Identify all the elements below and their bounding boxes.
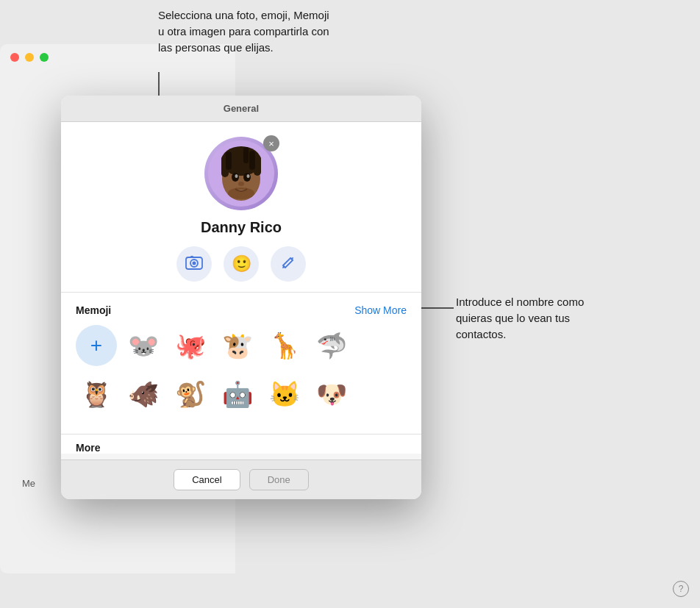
more-section: More	[61, 434, 421, 454]
modal-footer: Cancel Done	[61, 459, 421, 499]
minimize-traffic-light[interactable]	[25, 53, 34, 62]
sidebar-me-label: Me	[22, 478, 35, 489]
svg-rect-5	[226, 151, 232, 170]
memoji-robot[interactable]: 🤖	[217, 373, 258, 415]
close-traffic-light[interactable]	[10, 53, 19, 62]
memoji-giraffe[interactable]: 🦒	[264, 325, 305, 366]
profile-modal: General	[61, 96, 421, 499]
memoji-owl[interactable]: 🦉	[76, 373, 117, 415]
action-buttons-group: 🙂	[176, 246, 306, 282]
memoji-boar[interactable]: 🐗	[123, 373, 164, 415]
memoji-shark[interactable]: 🦈	[311, 325, 352, 366]
memoji-monkey[interactable]: 🐒	[170, 373, 211, 415]
svg-rect-6	[249, 151, 255, 170]
modal-titlebar: General	[61, 96, 421, 122]
memoji-section-title: Memoji	[76, 304, 111, 316]
callout-top-label: Selecciona una foto, emoji, Memoji u otr…	[158, 9, 329, 54]
svg-rect-7	[236, 148, 241, 164]
traffic-lights	[10, 53, 49, 62]
photo-button[interactable]	[176, 246, 212, 282]
zoom-traffic-light[interactable]	[40, 53, 49, 62]
modal-title: General	[224, 103, 259, 114]
edit-button[interactable]	[271, 246, 306, 282]
cancel-button[interactable]: Cancel	[174, 469, 240, 490]
photo-icon	[185, 255, 203, 273]
svg-point-13	[238, 182, 244, 186]
memoji-cat[interactable]: 🐱	[264, 373, 305, 415]
memoji-dog[interactable]: 🐶	[311, 373, 352, 415]
memoji-octopus[interactable]: 🐙	[170, 325, 211, 366]
memoji-mouse[interactable]: 🐭	[123, 325, 164, 366]
memoji-svg	[208, 140, 274, 207]
memoji-row-1: + 🐭 🐙 🐮 🦒 🦈	[76, 325, 407, 366]
emoji-button[interactable]: 🙂	[224, 246, 259, 282]
svg-rect-8	[243, 147, 249, 163]
svg-rect-18	[190, 256, 193, 258]
svg-point-14	[228, 187, 254, 199]
user-name: Danny Rico	[201, 219, 282, 236]
avatar-container: ×	[204, 137, 278, 210]
avatar-section: × Danny Rico 🙂	[61, 122, 421, 292]
show-more-link[interactable]: Show More	[354, 304, 407, 316]
callout-top-text: Selecciona una foto, emoji, Memoji u otr…	[158, 7, 335, 55]
memoji-row-2: 🦉 🐗 🐒 🤖 🐱 🐶	[76, 373, 407, 415]
pencil-icon	[281, 255, 296, 273]
svg-point-12	[247, 174, 250, 178]
memoji-section-header: Memoji Show More	[76, 304, 407, 316]
memoji-section: Memoji Show More + 🐭 🐙 🐮 🦒 🦈 🦉 🐗 🐒 🤖 🐱 🐶	[61, 293, 421, 434]
svg-point-17	[193, 261, 196, 265]
callout-right-label: Introduce el nombre como quieras que lo …	[456, 296, 584, 340]
callout-right-text: Introduce el nombre como quieras que lo …	[456, 294, 618, 342]
svg-point-11	[235, 174, 238, 178]
done-button[interactable]: Done	[249, 469, 309, 490]
modal-body: × Danny Rico 🙂	[61, 122, 421, 454]
more-section-title: More	[76, 442, 407, 454]
smiley-icon: 🙂	[232, 254, 251, 273]
help-button[interactable]: ?	[673, 581, 689, 597]
add-memoji-button[interactable]: +	[76, 325, 117, 366]
memoji-cow[interactable]: 🐮	[217, 325, 258, 366]
avatar-close-button[interactable]: ×	[263, 135, 279, 151]
